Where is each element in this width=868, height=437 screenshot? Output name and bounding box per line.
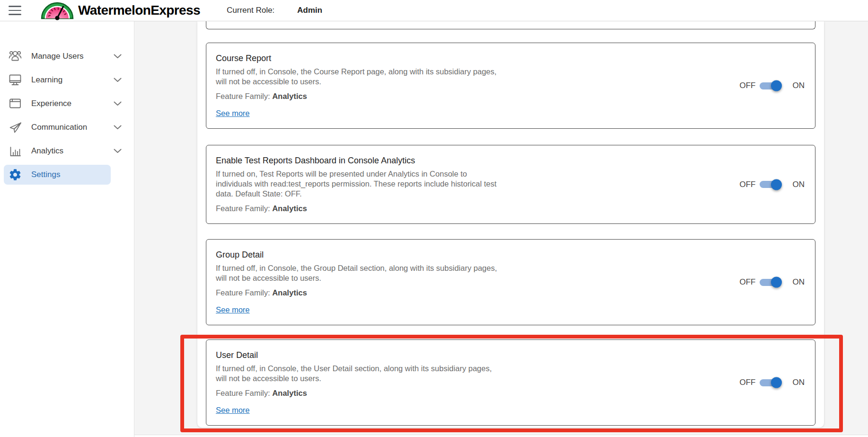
sidebar-item-label: Manage Users xyxy=(31,52,84,61)
card-title: Group Detail xyxy=(216,250,497,260)
card-description: If turned off, in Console, the Course Re… xyxy=(216,67,496,87)
sidebar-nav: Manage Users Learning Experience xyxy=(0,21,134,437)
feature-card-course-report: Course Report If turned off, in Console,… xyxy=(206,43,815,129)
sidebar-item-learning[interactable]: Learning xyxy=(4,70,127,90)
feature-family-value: Analytics xyxy=(272,204,307,213)
feature-card-test-reports: Enable Test Reports Dashboard in Console… xyxy=(206,145,815,224)
paper-plane-icon xyxy=(8,120,23,135)
brand-title: WatermelonExpress xyxy=(78,3,200,18)
see-more-link[interactable]: See more xyxy=(216,305,250,314)
sidebar-item-experience[interactable]: Experience xyxy=(4,94,127,114)
sidebar-item-label: Learning xyxy=(31,75,62,85)
gear-icon xyxy=(8,167,23,182)
toggle-off-label: OFF xyxy=(740,378,756,387)
chevron-down-icon xyxy=(114,125,122,130)
feature-toggle-course-report: OFF ON xyxy=(740,81,805,90)
chevron-down-icon xyxy=(114,54,122,59)
feature-family-line: Feature Family: Analytics xyxy=(216,204,496,213)
content-area: Course Report If turned off, in Console,… xyxy=(134,21,868,437)
card-description: If turned off, in Console, the User Deta… xyxy=(216,364,492,383)
feature-family-label: Feature Family: xyxy=(216,389,272,397)
settings-panel: Course Report If turned off, in Console,… xyxy=(197,21,824,428)
see-more-link[interactable]: See more xyxy=(216,406,250,415)
sidebar-item-label: Communication xyxy=(31,123,87,132)
card-description: If turned on, Test Reports will be prese… xyxy=(216,169,496,199)
chevron-down-icon xyxy=(114,78,122,82)
card-title: Course Report xyxy=(216,54,496,63)
sidebar-item-label: Experience xyxy=(31,99,71,108)
bar-chart-icon xyxy=(8,143,23,159)
toggle-knob xyxy=(771,277,782,288)
sidebar-item-analytics[interactable]: Analytics xyxy=(4,141,127,161)
window-icon xyxy=(8,96,23,111)
feature-family-value: Analytics xyxy=(272,92,307,100)
toggle-switch[interactable] xyxy=(760,82,781,89)
see-more-link[interactable]: See more xyxy=(216,109,250,118)
feature-card-user-detail: User Detail If turned off, in Console, t… xyxy=(206,339,815,426)
sidebar-item-label: Settings xyxy=(31,170,60,179)
sidebar-item-settings[interactable]: Settings xyxy=(4,165,111,185)
chevron-down-icon xyxy=(114,149,122,153)
watermelon-logo-icon xyxy=(40,0,74,20)
toggle-on-label: ON xyxy=(793,277,805,287)
hamburger-menu-icon[interactable] xyxy=(9,6,21,15)
feature-family-label: Feature Family: xyxy=(216,288,272,297)
toggle-knob xyxy=(771,80,782,91)
toggle-knob xyxy=(771,377,782,388)
sidebar-item-communication[interactable]: Communication xyxy=(4,117,127,137)
sidebar-item-label: Analytics xyxy=(31,146,63,156)
toggle-off-label: OFF xyxy=(740,277,756,287)
feature-family-line: Feature Family: Analytics xyxy=(216,92,496,101)
page-bottom-strip xyxy=(134,435,868,437)
chevron-down-icon xyxy=(114,101,122,106)
feature-toggle-test-reports: OFF ON xyxy=(740,180,805,189)
users-icon xyxy=(8,49,23,64)
current-role-label: Current Role: xyxy=(227,6,275,15)
current-role-value: Admin xyxy=(297,6,322,15)
toggle-on-label: ON xyxy=(793,81,805,90)
feature-toggle-group-detail: OFF ON xyxy=(740,277,805,287)
sidebar-item-manage-users[interactable]: Manage Users xyxy=(4,46,127,66)
feature-family-line: Feature Family: Analytics xyxy=(216,288,497,297)
toggle-on-label: ON xyxy=(793,378,805,387)
partial-card-cut-off xyxy=(206,21,815,29)
card-title: User Detail xyxy=(216,350,492,360)
toggle-on-label: ON xyxy=(793,180,805,189)
feature-family-line: Feature Family: Analytics xyxy=(216,389,492,398)
feature-card-group-detail: Group Detail If turned off, in Console, … xyxy=(206,239,815,325)
toggle-switch[interactable] xyxy=(760,181,781,188)
feature-family-value: Analytics xyxy=(272,389,307,397)
highlighted-card-wrapper: User Detail If turned off, in Console, t… xyxy=(206,339,815,426)
feature-family-label: Feature Family: xyxy=(216,204,272,213)
feature-toggle-user-detail: OFF ON xyxy=(740,378,805,387)
feature-family-value: Analytics xyxy=(272,288,307,297)
toggle-switch[interactable] xyxy=(760,379,781,386)
card-title: Enable Test Reports Dashboard in Console… xyxy=(216,156,496,166)
toggle-off-label: OFF xyxy=(740,81,756,90)
toggle-knob xyxy=(771,179,782,190)
toggle-off-label: OFF xyxy=(740,180,756,189)
feature-family-label: Feature Family: xyxy=(216,92,272,100)
card-description: If turned off, in Console, the Group Det… xyxy=(216,263,497,283)
top-header: WatermelonExpress Current Role: Admin xyxy=(0,0,868,21)
toggle-switch[interactable] xyxy=(760,279,781,286)
monitor-icon xyxy=(8,72,23,88)
